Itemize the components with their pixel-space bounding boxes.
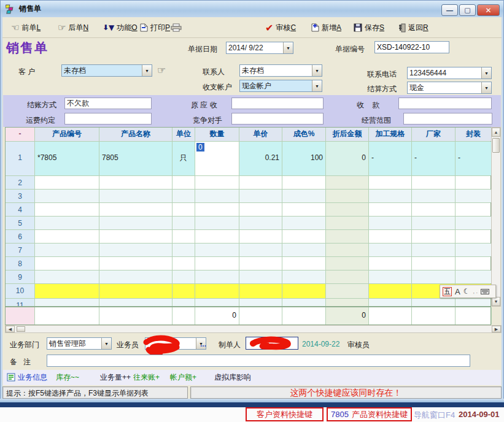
cell-pack[interactable]: [456, 203, 492, 216]
ime-toolbar[interactable]: 五 A ☾ , .: [440, 285, 496, 298]
date-picker[interactable]: 2014/ 9/22▼: [226, 42, 293, 54]
cell-code[interactable]: [35, 190, 99, 202]
grid-row-11[interactable]: 11: [6, 298, 490, 306]
cell-spec[interactable]: [369, 190, 412, 202]
link-business-info[interactable]: 业务信息: [18, 372, 47, 383]
cell-purity[interactable]: 100: [282, 142, 326, 175]
cell-pack[interactable]: [456, 299, 490, 306]
cell-pack[interactable]: [456, 217, 492, 229]
col-header-unit[interactable]: 单位: [173, 128, 195, 141]
salesman-select[interactable]: ▼: [145, 337, 206, 350]
link-stock[interactable]: 库存~~: [56, 372, 79, 383]
cell-price[interactable]: [239, 244, 282, 256]
cell-spec[interactable]: [369, 270, 412, 283]
freight-field[interactable]: [64, 113, 152, 125]
cell-unit[interactable]: [173, 176, 195, 189]
col-header-pack[interactable]: 封装: [456, 128, 492, 141]
cell-amount[interactable]: [326, 203, 369, 216]
cell-amount[interactable]: [326, 230, 369, 243]
ime-halfwidth-moon-icon[interactable]: ☾: [463, 287, 470, 296]
cell-maker[interactable]: [412, 299, 456, 306]
cell-name[interactable]: [99, 299, 173, 306]
cell-price[interactable]: [239, 217, 282, 229]
cell-qty[interactable]: [195, 257, 239, 270]
customer-select[interactable]: 未存档▼: [61, 64, 152, 77]
cell-name[interactable]: 7805: [99, 142, 173, 175]
chevron-down-icon[interactable]: ▼: [481, 82, 491, 93]
row-number[interactable]: 5: [6, 217, 35, 229]
cell-maker[interactable]: [412, 190, 456, 202]
cell-spec[interactable]: [369, 244, 412, 256]
chevron-down-icon[interactable]: ▼: [312, 80, 322, 91]
cell-name[interactable]: [99, 257, 173, 270]
cell-amount[interactable]: [326, 217, 369, 229]
cell-qty[interactable]: [195, 203, 239, 216]
cell-amount[interactable]: [326, 190, 369, 202]
row-number[interactable]: 9: [6, 270, 35, 283]
cell-spec[interactable]: [369, 217, 412, 229]
cell-purity[interactable]: [282, 203, 326, 216]
cell-spec[interactable]: [369, 257, 412, 270]
qty-edit-selection[interactable]: 0: [196, 143, 204, 152]
order-no-field[interactable]: [374, 41, 449, 53]
audit-button[interactable]: ✔ 审核C: [265, 17, 296, 38]
col-header-code[interactable]: 产品编号: [35, 128, 99, 141]
col-header-amount[interactable]: 折后金额: [326, 128, 369, 141]
cell-price[interactable]: [239, 270, 282, 283]
cell-name[interactable]: [99, 203, 173, 216]
cell-spec[interactable]: [369, 176, 412, 189]
cell-purity[interactable]: [282, 190, 326, 202]
ime-keyboard-icon[interactable]: [481, 289, 489, 294]
more-button[interactable]: ...: [200, 340, 206, 348]
cell-name[interactable]: [99, 244, 173, 256]
chevron-down-icon[interactable]: ▼: [142, 65, 152, 76]
cell-name[interactable]: [99, 230, 173, 243]
cell-code[interactable]: [35, 176, 99, 189]
cell-unit[interactable]: [173, 270, 195, 283]
cell-qty[interactable]: [195, 299, 239, 306]
cell-name[interactable]: [99, 284, 173, 298]
scroll-right-icon[interactable]: ▶: [492, 326, 501, 332]
grid-row-8[interactable]: 8: [6, 256, 490, 270]
cell-code[interactable]: [35, 257, 99, 270]
customer-shortcut-annotation[interactable]: 客户资料快捷键: [246, 407, 324, 421]
cell-name[interactable]: [99, 176, 173, 189]
cell-maker[interactable]: [412, 257, 456, 270]
row-number[interactable]: 4: [6, 203, 35, 216]
functions-button[interactable]: ⬇▼ 功能O: [103, 17, 138, 38]
cell-code[interactable]: [35, 299, 99, 306]
cell-amount[interactable]: [326, 257, 369, 270]
cell-unit[interactable]: 只: [173, 142, 195, 175]
scroll-down-icon[interactable]: ▼: [492, 297, 500, 306]
hscroll-thumb[interactable]: [17, 326, 25, 332]
cell-purity[interactable]: [282, 230, 326, 243]
cell-maker[interactable]: [412, 217, 456, 229]
col-header-rownum[interactable]: -: [6, 128, 35, 141]
maximize-button[interactable]: ▢: [459, 4, 476, 16]
cell-price[interactable]: [239, 190, 282, 202]
cell-price[interactable]: [239, 299, 282, 306]
dept-select[interactable]: 销售管理部▼: [47, 337, 112, 350]
row-number[interactable]: 1: [6, 142, 35, 175]
ime-wubi-icon[interactable]: 五: [443, 287, 452, 296]
return-button[interactable]: 返回R: [398, 17, 428, 38]
col-header-qty[interactable]: 数量: [195, 128, 239, 141]
cell-purity[interactable]: [282, 176, 326, 189]
scope-field[interactable]: [403, 113, 492, 125]
ime-latin-icon[interactable]: A: [455, 287, 460, 296]
ime-punct-icon[interactable]: , .: [473, 288, 478, 294]
receipt-field[interactable]: [398, 98, 492, 109]
col-header-name[interactable]: 产品名称: [99, 128, 173, 141]
cell-price[interactable]: [239, 284, 282, 298]
col-header-spec[interactable]: 加工规格: [369, 128, 412, 141]
cell-code[interactable]: [35, 284, 99, 298]
minimize-button[interactable]: —: [441, 4, 458, 16]
cell-qty[interactable]: [195, 176, 239, 189]
grid-row-2[interactable]: 2: [6, 175, 490, 189]
cell-code[interactable]: [35, 230, 99, 243]
settle-select[interactable]: 现金▼: [407, 82, 492, 94]
prev-order-button[interactable]: ☜ 前单L: [11, 17, 41, 38]
link-volume[interactable]: 业务量++: [100, 372, 131, 383]
row-number[interactable]: 6: [6, 230, 35, 243]
cell-unit[interactable]: [173, 257, 195, 270]
